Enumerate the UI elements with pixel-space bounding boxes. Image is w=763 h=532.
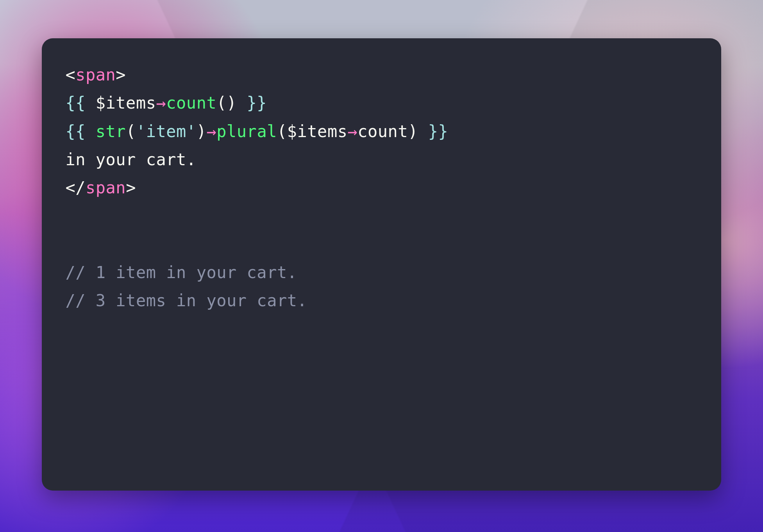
code-token: <	[65, 65, 75, 84]
code-block: <span> {{ $items→count() }} {{ str('item…	[65, 61, 697, 315]
code-token: {{	[65, 93, 95, 112]
code-comment-line: // 1 item in your cart.	[65, 263, 297, 282]
code-token: span	[75, 65, 116, 84]
code-token: </	[65, 178, 86, 197]
code-token: $items	[96, 93, 156, 112]
code-token: ()	[216, 93, 237, 112]
code-token: $items	[287, 122, 348, 141]
code-token: →	[206, 122, 216, 141]
code-token: plural	[216, 122, 277, 141]
code-comment-line: // 3 items in your cart.	[65, 291, 307, 310]
code-token: count	[357, 122, 408, 141]
code-token: count	[166, 93, 216, 112]
code-token: (	[277, 122, 287, 141]
code-token: )	[408, 122, 418, 141]
code-token: }}	[418, 122, 448, 141]
code-token: >	[116, 65, 126, 84]
code-token: >	[126, 178, 136, 197]
code-token: {{	[65, 122, 95, 141]
code-token: span	[86, 178, 126, 197]
code-token: }}	[237, 93, 267, 112]
code-token: str	[96, 122, 126, 141]
code-token: (	[126, 122, 136, 141]
code-token: 'item'	[136, 122, 197, 141]
code-card: <span> {{ $items→count() }} {{ str('item…	[42, 38, 721, 491]
code-token: →	[347, 122, 357, 141]
code-token: →	[156, 93, 166, 112]
code-token: in your cart.	[65, 150, 196, 169]
code-token: )	[197, 122, 207, 141]
